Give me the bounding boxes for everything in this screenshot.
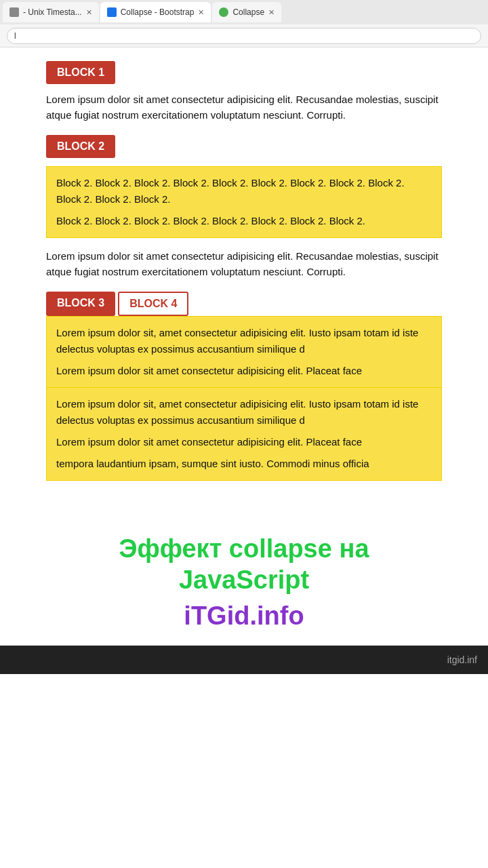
bottom-bar: itgid.inf [0,646,488,674]
tab-close-collapse[interactable]: ✕ [268,8,274,17]
tab-label-bootstrap: Collapse - Bootstrap [121,7,195,17]
tab-close-bootstrap[interactable]: ✕ [198,8,204,17]
block2-collapsed-text1: Block 2. Block 2. Block 2. Block 2. Bloc… [56,175,432,208]
block2-section: BLOCK 2 Block 2. Block 2. Block 2. Block… [46,135,442,279]
address-bar-input[interactable] [7,28,481,44]
block4-collapsed-content: Lorem ipsum dolor sit, amet consectetur … [46,388,442,481]
block2-collapsed-content: Block 2. Block 2. Block 2. Block 2. Bloc… [46,166,442,238]
block2-collapsed-text2: Block 2. Block 2. Block 2. Block 2. Bloc… [56,213,432,229]
main-content: BLOCK 1 Lorem ipsum dolor sit amet conse… [0,47,488,507]
tab-label-collapse: Collapse [232,7,264,17]
tab-close-unix[interactable]: ✕ [86,8,92,17]
tab-favicon-collapse [219,7,228,17]
block4-collapsed-text1: Lorem ipsum dolor sit, amet consectetur … [56,396,432,429]
block1-button[interactable]: BLOCK 1 [46,61,115,84]
block3-collapsed-text2: Lorem ipsum dolor sit amet consectetur a… [56,363,432,379]
bottom-bar-text: itgid.inf [447,654,477,665]
overlay-section: Эффект collapse на JavaScript iTGid.info [0,507,488,646]
tab-label-unix: - Unix Timesta... [23,7,82,17]
browser-tabs: - Unix Timesta... ✕ Collapse - Bootstrap… [0,0,488,24]
block4-collapsed-text2: Lorem ipsum dolor sit amet consectetur a… [56,434,432,450]
block4-collapsed-text3: tempora laudantium ipsam, sumque sint iu… [56,456,432,472]
tab-unix[interactable]: - Unix Timesta... ✕ [3,2,99,22]
overlay-line1: Эффект collapse на JavaScript [14,534,474,595]
block4-button[interactable]: BLOCK 4 [118,292,188,316]
tab-bootstrap[interactable]: Collapse - Bootstrap ✕ [100,2,211,22]
block1-body-text: Lorem ipsum dolor sit amet consectetur a… [46,92,442,123]
block2-body-text: Lorem ipsum dolor sit amet consectetur a… [46,249,442,279]
block34-section: BLOCK 3 BLOCK 4 Lorem ipsum dolor sit, a… [46,292,442,481]
block34-btn-group: BLOCK 3 BLOCK 4 [46,292,442,316]
tab-favicon-unix [9,7,19,17]
tab-collapse[interactable]: Collapse ✕ [212,2,281,22]
block2-button[interactable]: BLOCK 2 [46,135,115,158]
block3-button[interactable]: BLOCK 3 [46,292,115,316]
overlay-line3: iTGid.info [14,601,474,632]
block1-section: BLOCK 1 Lorem ipsum dolor sit amet conse… [46,61,442,123]
block3-collapsed-text1: Lorem ipsum dolor sit, amet consectetur … [56,325,432,357]
tab-favicon-bootstrap [107,7,117,17]
block3-collapsed-content: Lorem ipsum dolor sit, amet consectetur … [46,316,442,388]
browser-bar [0,24,488,47]
